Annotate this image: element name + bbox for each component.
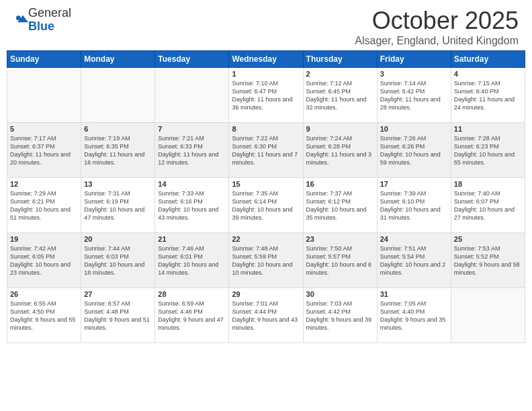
calendar-cell: 3Sunrise: 7:14 AMSunset: 6:42 PMDaylight… [377, 68, 451, 123]
calendar-cell: 23Sunrise: 7:50 AMSunset: 5:57 PMDayligh… [303, 233, 377, 288]
calendar-cell: 25Sunrise: 7:53 AMSunset: 5:52 PMDayligh… [451, 233, 525, 288]
calendar-cell [155, 68, 229, 123]
calendar-cell: 10Sunrise: 7:26 AMSunset: 6:26 PMDayligh… [377, 123, 451, 178]
weekday-header-thursday: Thursday [303, 51, 377, 68]
day-number: 11 [454, 125, 522, 133]
calendar-cell: 16Sunrise: 7:37 AMSunset: 6:12 PMDayligh… [303, 178, 377, 233]
calendar-cell: 5Sunrise: 7:17 AMSunset: 6:37 PMDaylight… [7, 123, 81, 178]
calendar-cell: 6Sunrise: 7:19 AMSunset: 6:35 PMDaylight… [81, 123, 155, 178]
calendar-cell: 11Sunrise: 7:28 AMSunset: 6:23 PMDayligh… [451, 123, 525, 178]
day-number: 28 [158, 290, 226, 298]
day-number: 7 [158, 125, 226, 133]
weekday-header-saturday: Saturday [451, 51, 525, 68]
day-info: Sunrise: 7:17 AMSunset: 6:37 PMDaylight:… [10, 134, 78, 167]
weekday-header-sunday: Sunday [7, 51, 81, 68]
day-info: Sunrise: 7:22 AMSunset: 6:30 PMDaylight:… [232, 134, 300, 167]
day-number: 12 [10, 180, 78, 188]
day-number: 16 [306, 180, 374, 188]
day-info: Sunrise: 7:44 AMSunset: 6:03 PMDaylight:… [84, 244, 152, 277]
day-number: 21 [158, 235, 226, 243]
calendar-cell: 19Sunrise: 7:42 AMSunset: 6:05 PMDayligh… [7, 233, 81, 288]
day-number: 24 [380, 235, 448, 243]
day-info: Sunrise: 7:53 AMSunset: 5:52 PMDaylight:… [454, 244, 522, 277]
day-info: Sunrise: 7:28 AMSunset: 6:23 PMDaylight:… [454, 134, 522, 167]
calendar-cell: 18Sunrise: 7:40 AMSunset: 6:07 PMDayligh… [451, 178, 525, 233]
weekday-header-wednesday: Wednesday [229, 51, 303, 68]
calendar-cell: 21Sunrise: 7:46 AMSunset: 6:01 PMDayligh… [155, 233, 229, 288]
day-number: 18 [454, 180, 522, 188]
calendar-cell: 14Sunrise: 7:33 AMSunset: 6:16 PMDayligh… [155, 178, 229, 233]
day-info: Sunrise: 7:19 AMSunset: 6:35 PMDaylight:… [84, 134, 152, 167]
day-info: Sunrise: 7:10 AMSunset: 6:47 PMDaylight:… [232, 79, 300, 112]
calendar-cell: 12Sunrise: 7:29 AMSunset: 6:21 PMDayligh… [7, 178, 81, 233]
day-info: Sunrise: 7:31 AMSunset: 6:19 PMDaylight:… [84, 189, 152, 222]
day-number: 6 [84, 125, 152, 133]
day-number: 4 [454, 70, 522, 78]
location: Alsager, England, United Kingdom [355, 35, 519, 47]
weekday-header-monday: Monday [81, 51, 155, 68]
calendar-cell: 22Sunrise: 7:48 AMSunset: 5:59 PMDayligh… [229, 233, 303, 288]
weekday-header-tuesday: Tuesday [155, 51, 229, 68]
day-number: 15 [232, 180, 300, 188]
day-number: 5 [10, 125, 78, 133]
day-info: Sunrise: 7:24 AMSunset: 6:28 PMDaylight:… [306, 134, 374, 167]
calendar-cell: 17Sunrise: 7:39 AMSunset: 6:10 PMDayligh… [377, 178, 451, 233]
logo-icon [15, 13, 28, 27]
day-number: 1 [232, 70, 300, 78]
day-number: 13 [84, 180, 152, 188]
calendar: SundayMondayTuesdayWednesdayThursdayFrid… [7, 50, 525, 343]
day-number: 25 [454, 235, 522, 243]
day-info: Sunrise: 7:12 AMSunset: 6:45 PMDaylight:… [306, 79, 374, 112]
calendar-cell: 1Sunrise: 7:10 AMSunset: 6:47 PMDaylight… [229, 68, 303, 123]
day-info: Sunrise: 6:59 AMSunset: 4:46 PMDaylight:… [158, 300, 226, 332]
day-info: Sunrise: 7:48 AMSunset: 5:59 PMDaylight:… [232, 244, 300, 277]
day-info: Sunrise: 7:40 AMSunset: 6:07 PMDaylight:… [454, 189, 522, 222]
day-number: 20 [84, 235, 152, 243]
calendar-cell: 2Sunrise: 7:12 AMSunset: 6:45 PMDaylight… [303, 68, 377, 123]
calendar-cell: 7Sunrise: 7:21 AMSunset: 6:33 PMDaylight… [155, 123, 229, 178]
day-number: 17 [380, 180, 448, 188]
day-info: Sunrise: 6:57 AMSunset: 4:48 PMDaylight:… [84, 300, 152, 332]
logo-blue-text: Blue [28, 20, 71, 34]
calendar-cell: 4Sunrise: 7:15 AMSunset: 6:40 PMDaylight… [451, 68, 525, 123]
day-number: 23 [306, 235, 374, 243]
day-number: 22 [232, 235, 300, 243]
calendar-cell: 27Sunrise: 6:57 AMSunset: 4:48 PMDayligh… [81, 288, 155, 343]
day-number: 26 [10, 290, 78, 298]
calendar-cell: 29Sunrise: 7:01 AMSunset: 4:44 PMDayligh… [229, 288, 303, 343]
day-number: 10 [380, 125, 448, 133]
calendar-cell: 24Sunrise: 7:51 AMSunset: 5:54 PMDayligh… [377, 233, 451, 288]
day-number: 3 [380, 70, 448, 78]
day-info: Sunrise: 7:37 AMSunset: 6:12 PMDaylight:… [306, 189, 374, 222]
day-number: 30 [306, 290, 374, 298]
calendar-cell: 9Sunrise: 7:24 AMSunset: 6:28 PMDaylight… [303, 123, 377, 178]
day-number: 9 [306, 125, 374, 133]
day-number: 27 [84, 290, 152, 298]
day-info: Sunrise: 7:51 AMSunset: 5:54 PMDaylight:… [380, 244, 448, 277]
day-number: 29 [232, 290, 300, 298]
calendar-cell: 26Sunrise: 6:55 AMSunset: 4:50 PMDayligh… [7, 288, 81, 343]
day-info: Sunrise: 7:33 AMSunset: 6:16 PMDaylight:… [158, 189, 226, 222]
calendar-cell: 13Sunrise: 7:31 AMSunset: 6:19 PMDayligh… [81, 178, 155, 233]
day-info: Sunrise: 7:42 AMSunset: 6:05 PMDaylight:… [10, 244, 78, 277]
svg-point-1 [16, 15, 21, 20]
title-block: October 2025 Alsager, England, United Ki… [355, 7, 519, 47]
calendar-cell: 15Sunrise: 7:35 AMSunset: 6:14 PMDayligh… [229, 178, 303, 233]
day-info: Sunrise: 7:39 AMSunset: 6:10 PMDaylight:… [380, 189, 448, 222]
calendar-cell: 30Sunrise: 7:03 AMSunset: 4:42 PMDayligh… [303, 288, 377, 343]
calendar-cell: 8Sunrise: 7:22 AMSunset: 6:30 PMDaylight… [229, 123, 303, 178]
logo-general-text: General [28, 7, 71, 20]
day-number: 2 [306, 70, 374, 78]
day-info: Sunrise: 7:26 AMSunset: 6:26 PMDaylight:… [380, 134, 448, 167]
weekday-header-friday: Friday [377, 51, 451, 68]
day-info: Sunrise: 7:03 AMSunset: 4:42 PMDaylight:… [306, 300, 374, 332]
day-info: Sunrise: 7:35 AMSunset: 6:14 PMDaylight:… [232, 189, 300, 222]
month-title: October 2025 [355, 7, 519, 35]
calendar-cell [81, 68, 155, 123]
day-info: Sunrise: 7:05 AMSunset: 4:40 PMDaylight:… [380, 300, 448, 332]
calendar-cell: 31Sunrise: 7:05 AMSunset: 4:40 PMDayligh… [377, 288, 451, 343]
day-info: Sunrise: 7:46 AMSunset: 6:01 PMDaylight:… [158, 244, 226, 277]
calendar-cell [7, 68, 81, 123]
day-info: Sunrise: 6:55 AMSunset: 4:50 PMDaylight:… [10, 300, 78, 332]
day-number: 31 [380, 290, 448, 298]
